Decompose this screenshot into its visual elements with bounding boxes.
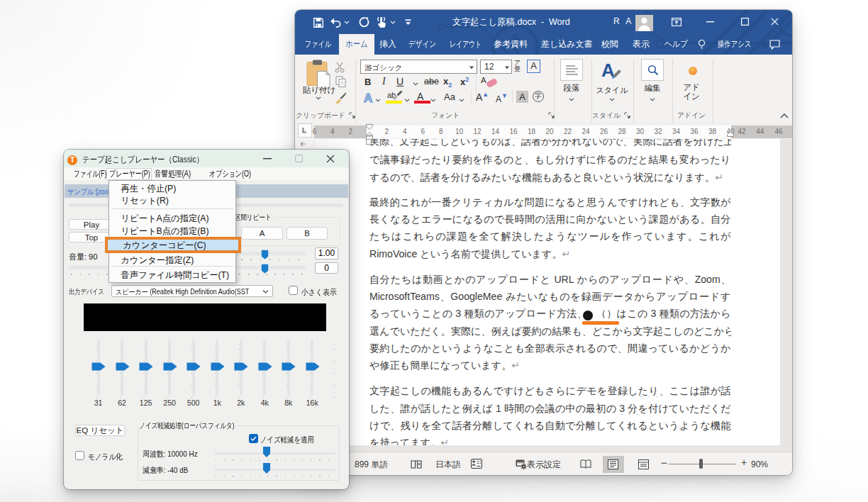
svg-text:A: A <box>481 76 486 84</box>
svg-text:A: A <box>364 91 372 105</box>
